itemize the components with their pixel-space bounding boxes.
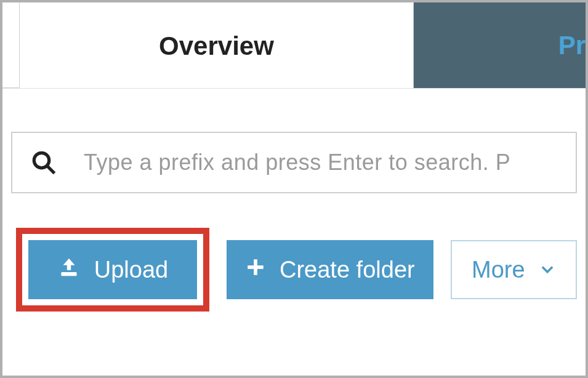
tab-bar: Overview Pr [2, 2, 586, 89]
svg-rect-2 [61, 271, 76, 275]
create-folder-button-label: Create folder [280, 257, 415, 283]
tab-overview-label: Overview [159, 31, 274, 61]
app-frame: Overview Pr [0, 0, 588, 378]
toolbar-buttons: Upload Create folder More [11, 228, 577, 312]
svg-rect-4 [248, 265, 264, 269]
tab-inactive[interactable]: Pr [414, 2, 586, 88]
chevron-down-icon [539, 257, 556, 283]
content-area: Upload Create folder More [2, 89, 586, 312]
plus-icon [245, 257, 266, 283]
tab-sliver [2, 2, 20, 88]
more-button[interactable]: More [451, 240, 577, 299]
search-input[interactable] [84, 150, 557, 175]
search-icon [31, 150, 57, 175]
svg-line-1 [47, 166, 54, 173]
tab-overview[interactable]: Overview [20, 2, 414, 88]
tab-inactive-label: Pr [522, 31, 586, 60]
create-folder-button[interactable]: Create folder [227, 240, 433, 299]
upload-button[interactable]: Upload [28, 240, 197, 299]
upload-icon [57, 255, 81, 284]
upload-button-label: Upload [94, 257, 168, 283]
search-box[interactable] [11, 132, 577, 193]
upload-highlight-frame: Upload [16, 228, 209, 312]
svg-point-0 [34, 153, 49, 168]
more-button-label: More [472, 257, 525, 283]
